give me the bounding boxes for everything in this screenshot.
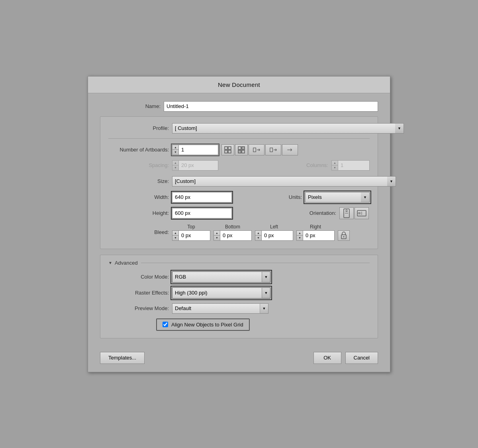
new-document-dialog: New Document Name: Profile: [ Custom] Pr… — [88, 76, 390, 372]
artboards-spinner-btns: ▲ ▼ — [172, 145, 178, 155]
spacing-up[interactable]: ▲ — [172, 161, 178, 165]
bleed-top-down[interactable]: ▼ — [172, 236, 178, 240]
profile-dropdown-arrow[interactable]: ▼ — [395, 123, 404, 134]
portrait-btn[interactable] — [339, 207, 354, 219]
columns-down[interactable]: ▼ — [332, 165, 338, 170]
orientation-label: Orientation: — [308, 210, 339, 216]
advanced-title: Advanced — [115, 260, 138, 266]
raster-effects-row: Raster Effects: Screen (72 ppi) Medium (… — [108, 287, 370, 299]
units-label: Units: — [281, 194, 305, 200]
bleed-left-group: Left ▲ ▼ — [255, 224, 293, 241]
raster-effects-select-wrapper: Screen (72 ppi) Medium (150 ppi) High (3… — [172, 287, 270, 299]
pixel-grid-checkbox[interactable] — [163, 322, 168, 327]
templates-button[interactable]: Templates... — [100, 352, 145, 364]
artboards-value-input[interactable] — [178, 145, 218, 155]
units-select[interactable]: Pixels Inches Centimeters Millimeters — [305, 192, 361, 202]
height-input[interactable] — [172, 208, 232, 218]
width-input[interactable] — [172, 192, 232, 202]
artboards-spinner: ▲ ▼ — [172, 145, 218, 155]
landscape-icon — [357, 209, 366, 217]
bleed-left-value[interactable] — [261, 230, 293, 241]
portrait-icon — [343, 208, 351, 218]
ok-button[interactable]: OK — [313, 352, 341, 364]
artboard-grid-by-row-btn[interactable] — [221, 144, 234, 155]
bleed-left-btns: ▲ ▼ — [255, 230, 261, 241]
color-mode-row: Color Mode: RGB CMYK ▼ — [108, 271, 370, 283]
pixel-grid-box: Align New Objects to Pixel Grid — [156, 318, 250, 331]
bleed-left-down[interactable]: ▼ — [255, 236, 261, 240]
color-mode-label: Color Mode: — [108, 274, 172, 280]
svg-point-28 — [343, 236, 345, 237]
bleed-top-group: Top ▲ ▼ — [172, 224, 210, 241]
dialog-title: New Document — [88, 77, 390, 93]
advanced-divider — [141, 263, 370, 263]
svg-rect-2 — [225, 150, 227, 153]
bleed-right-down[interactable]: ▼ — [297, 236, 303, 240]
bleed-lock-btn[interactable] — [338, 230, 350, 241]
size-select[interactable]: [Custom] Letter A4 — [172, 176, 387, 187]
lock-icon — [341, 232, 347, 240]
svg-rect-3 — [228, 150, 231, 153]
profile-select[interactable]: [ Custom] Print Web — [172, 123, 395, 134]
bleed-bottom-btns: ▲ ▼ — [214, 230, 220, 241]
bleed-bottom-spinner: ▲ ▼ — [214, 230, 252, 241]
bleed-bottom-up[interactable]: ▲ — [214, 231, 220, 236]
spacing-down[interactable]: ▼ — [172, 165, 178, 170]
bleed-right-group: Right ▲ ▼ — [296, 224, 335, 241]
svg-point-26 — [358, 212, 360, 214]
artboard-move-btn[interactable] — [265, 144, 281, 155]
bleed-bottom-down[interactable]: ▼ — [214, 236, 220, 240]
columns-spinner: ▲ ▼ — [331, 160, 370, 171]
bleed-right-value[interactable] — [303, 230, 335, 241]
artboards-spinner-down[interactable]: ▼ — [172, 150, 178, 155]
height-orientation-row: Height: Orientation: — [108, 207, 370, 219]
units-dropdown-arrow[interactable]: ▼ — [361, 192, 370, 202]
preview-mode-select[interactable]: Default Pixel Overprint — [172, 303, 260, 314]
columns-up[interactable]: ▲ — [332, 161, 338, 165]
pixel-grid-row: Align New Objects to Pixel Grid — [108, 318, 370, 331]
artboards-spinner-up[interactable]: ▲ — [172, 145, 178, 150]
name-input[interactable] — [164, 101, 378, 112]
preview-mode-label: Preview Mode: — [108, 305, 172, 311]
artboards-row: Number of Artboards: ▲ ▼ — [108, 144, 370, 155]
profile-select-wrapper: [ Custom] Print Web ▼ — [172, 123, 404, 134]
svg-rect-12 — [270, 148, 273, 152]
profile-row: Profile: [ Custom] Print Web ▼ — [108, 123, 370, 139]
bleed-right-label: Right — [310, 224, 321, 230]
svg-rect-0 — [225, 147, 227, 149]
cancel-button[interactable]: Cancel — [345, 352, 378, 364]
bleed-top-value[interactable] — [178, 230, 210, 241]
color-mode-arrow-icon: ▼ — [264, 275, 268, 279]
color-mode-select[interactable]: RGB CMYK — [172, 271, 262, 283]
raster-dropdown-arrow[interactable]: ▼ — [262, 287, 270, 299]
bleed-right-btns: ▲ ▼ — [296, 230, 303, 241]
preview-dropdown-arrow[interactable]: ▼ — [260, 303, 268, 314]
artboard-right-btn[interactable] — [282, 144, 298, 155]
name-row: Name: — [100, 101, 378, 112]
width-units-row: Width: Units: Pixels Inches Centimeters … — [108, 192, 370, 202]
artboard-arrange-btn[interactable] — [249, 144, 264, 155]
dialog-footer: Templates... OK Cancel — [88, 348, 390, 364]
size-dropdown-arrow[interactable]: ▼ — [387, 176, 396, 187]
svg-rect-4 — [238, 147, 241, 149]
landscape-btn[interactable] — [355, 207, 369, 219]
artboard-grid-by-col-btn[interactable] — [235, 144, 248, 155]
bleed-right-spinner: ▲ ▼ — [296, 230, 335, 241]
bleed-top-up[interactable]: ▲ — [172, 231, 178, 236]
raster-effects-select[interactable]: Screen (72 ppi) Medium (150 ppi) High (3… — [172, 287, 262, 299]
preview-mode-row: Preview Mode: Default Pixel Overprint ▼ — [108, 303, 370, 314]
bleed-left-up[interactable]: ▲ — [255, 231, 261, 236]
preview-mode-select-wrapper: Default Pixel Overprint ▼ — [172, 303, 268, 314]
columns-value[interactable] — [338, 160, 370, 171]
pixel-grid-label[interactable]: Align New Objects to Pixel Grid — [171, 322, 243, 328]
units-select-wrapper: Pixels Inches Centimeters Millimeters ▼ — [305, 192, 370, 202]
grid-by-row-icon — [224, 146, 231, 153]
advanced-header[interactable]: ▼ Advanced — [108, 260, 370, 266]
size-select-wrapper: [Custom] Letter A4 ▼ — [172, 176, 396, 187]
spacing-value[interactable] — [178, 160, 218, 171]
bleed-bottom-value[interactable] — [220, 230, 252, 241]
color-mode-dropdown-arrow[interactable]: ▼ — [262, 271, 270, 283]
bleed-left-spinner: ▲ ▼ — [255, 230, 293, 241]
bleed-right-up[interactable]: ▲ — [297, 231, 303, 236]
bleed-bottom-label: Bottom — [225, 224, 240, 230]
